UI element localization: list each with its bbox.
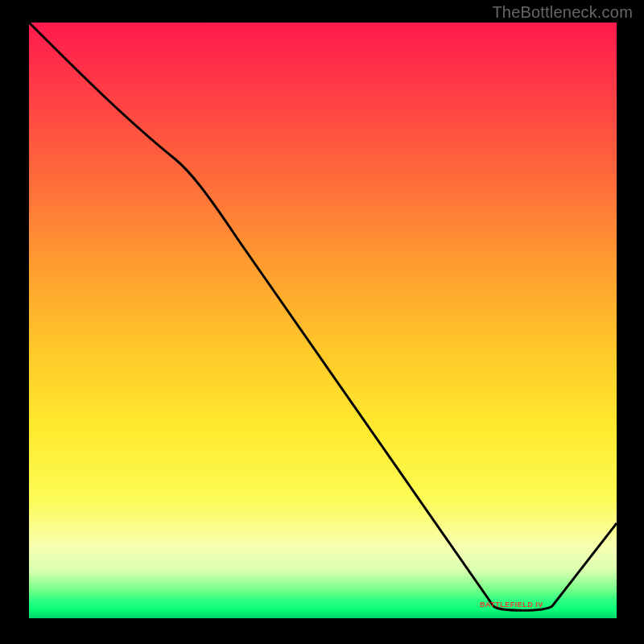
curve-path	[29, 23, 617, 610]
bottleneck-curve	[29, 23, 617, 618]
optimal-zone-label: BATTLEFIELD IV	[480, 601, 543, 609]
chart-container: TheBottleneck.com BATTLEFIELD IV	[0, 0, 644, 644]
plot-area: BATTLEFIELD IV	[29, 23, 617, 618]
watermark-text: TheBottleneck.com	[492, 3, 633, 22]
